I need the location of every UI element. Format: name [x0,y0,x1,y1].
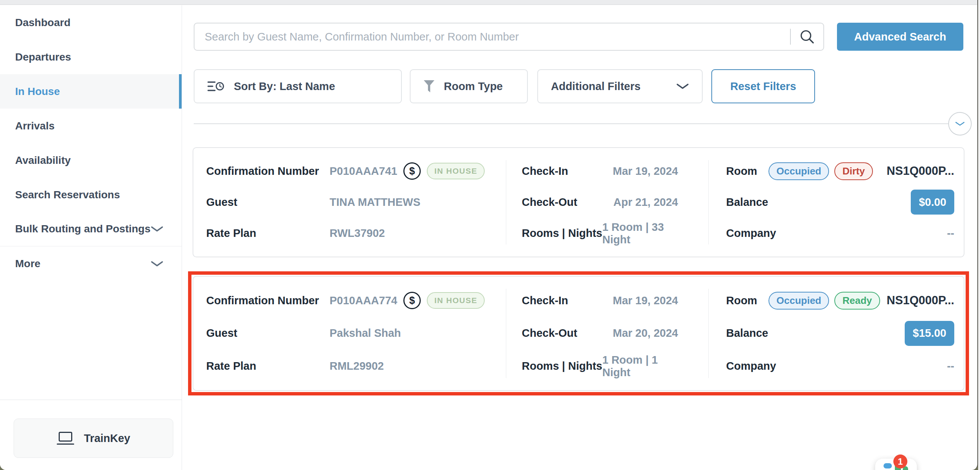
rate-plan-row: Rate Plan RWL37902 [193,218,506,249]
list-divider [194,123,948,124]
sidebar-item-label: Bulk Routing and Postings [15,223,151,235]
sidebar-item-label: Search Reservations [15,189,120,201]
confirmation-row: Confirmation Number P010AAA741 $ IN HOUS… [193,156,506,186]
sidebar-item-search-reservations[interactable]: Search Reservations [0,177,181,212]
sort-by-label: Sort By: Last Name [234,80,335,93]
rooms-nights-row: Rooms | Nights 1 Room | 33 Night [506,218,708,249]
guest-name: TINA MATTHEWS [329,196,420,209]
confirmation-number-value: P010AAA741 [329,165,397,177]
company-label: Company [726,227,768,239]
check-in-label: Check-In [522,295,568,307]
balance-button[interactable]: $15.00 [905,321,954,346]
sidebar-item-availability[interactable]: Availability [0,143,181,177]
sidebar: Dashboard Departures In House Arrivals A… [0,5,182,470]
guest-name: Pakshal Shah [329,327,401,339]
check-out-label: Check-Out [522,196,578,209]
room-number: NS1Q000P... [886,164,954,178]
search-button[interactable] [791,24,823,50]
trainkey-button[interactable]: TrainKey [14,419,173,458]
balance-button[interactable]: $0.00 [911,190,954,215]
sidebar-item-in-house[interactable]: In House [0,74,181,108]
rate-plan-value: RML29902 [329,360,384,372]
confirmation-number-value: P010AAA774 [329,295,397,307]
confirmation-row: Confirmation Number P010AAA774 $ IN HOUS… [193,284,506,317]
sidebar-item-bulk-routing[interactable]: Bulk Routing and Postings [0,212,181,246]
reservation-card-wrapper: Confirmation Number P010AAA741 $ IN HOUS… [188,143,969,262]
rooms-nights-label: Rooms | Nights [522,360,602,372]
sidebar-item-label: Availability [15,155,71,167]
rooms-nights-row: Rooms | Nights 1 Room | 1 Night [506,350,708,382]
company-value: -- [947,360,954,372]
in-house-status-badge: IN HOUSE [427,163,485,179]
check-out-row: Check-Out Mar 20, 2024 [506,317,708,350]
reservation-card[interactable]: Confirmation Number P010AAA741 $ IN HOUS… [192,147,964,257]
advanced-search-button[interactable]: Advanced Search [837,23,963,51]
in-house-status-badge: IN HOUSE [427,292,485,309]
room-label: Room [726,295,768,307]
search-icon [799,29,815,45]
filter-funnel-icon [423,80,435,93]
guest-label: Guest [206,327,329,339]
card-column-divider [708,160,709,244]
additional-filters-dropdown[interactable]: Additional Filters [537,69,703,103]
sidebar-item-arrivals[interactable]: Arrivals [0,108,181,143]
rooms-nights-label: Rooms | Nights [522,227,602,239]
sidebar-item-label: More [15,258,40,270]
additional-filters-label: Additional Filters [551,80,641,93]
rate-plan-label: Rate Plan [206,360,329,372]
rate-plan-label: Rate Plan [206,227,329,239]
room-row: Room Occupied Ready NS1Q000P... [708,284,964,317]
app-window: Dashboard Departures In House Arrivals A… [0,0,978,470]
rooms-nights-value: 1 Room | 1 Night [602,354,678,379]
reservation-card[interactable]: Confirmation Number P010AAA774 $ IN HOUS… [192,276,964,391]
sidebar-item-more[interactable]: More [0,246,181,281]
sort-by-dropdown[interactable]: Sort By: Last Name [194,69,402,103]
check-in-value: Mar 19, 2024 [612,295,678,307]
chevron-down-icon [676,83,689,90]
sidebar-item-label: In House [15,86,60,98]
card-column-divider [506,289,506,378]
room-number: NS1Q000P... [886,294,954,307]
sidebar-item-label: Dashboard [15,17,70,29]
room-row: Room Occupied Dirty NS1Q000P... [708,156,964,186]
guest-search-box [194,23,824,51]
room-type-label: Room Type [444,80,503,93]
search-input[interactable] [194,24,790,50]
laptop-icon [57,432,74,445]
card-column-divider [708,289,709,378]
reservation-card-wrapper-highlighted: Confirmation Number P010AAA774 $ IN HOUS… [188,271,969,395]
collapse-toggle-button[interactable] [948,112,972,135]
trainkey-label: TrainKey [84,432,130,445]
occupancy-badge: Occupied [768,163,829,180]
balance-row: Balance $0.00 [708,186,964,218]
check-in-label: Check-In [522,165,568,177]
housekeeping-badge: Ready [834,292,880,309]
sort-icon [207,80,225,93]
room-type-filter[interactable]: Room Type [410,69,528,103]
check-in-row: Check-In Mar 19, 2024 [506,156,708,186]
sidebar-item-label: Departures [15,51,71,63]
sidebar-item-departures[interactable]: Departures [0,40,181,74]
balance-label: Balance [726,327,768,339]
check-out-label: Check-Out [522,327,578,339]
company-row: Company -- [708,350,964,382]
reset-filters-button[interactable]: Reset Filters [711,69,815,103]
room-label: Room [726,165,768,177]
rate-plan-value: RWL37902 [329,227,385,239]
balance-row: Balance $15.00 [708,317,964,350]
sidebar-item-dashboard[interactable]: Dashboard [0,5,181,40]
sidebar-item-label: Arrivals [15,120,54,132]
dollar-icon[interactable]: $ [403,292,421,309]
check-in-value: Mar 19, 2024 [612,165,678,177]
confirmation-number-label: Confirmation Number [206,165,329,177]
sidebar-footer-divider [0,400,182,400]
check-out-value: Mar 20, 2024 [612,327,678,339]
guest-row: Guest TINA MATTHEWS [193,186,506,218]
check-out-value: Apr 21, 2024 [613,196,678,209]
confirmation-number-label: Confirmation Number [206,295,329,307]
chevron-down-icon [151,226,164,233]
chevron-down-icon [151,260,164,267]
dollar-icon[interactable]: $ [403,163,421,180]
window-top-strip [0,0,977,5]
guest-row: Guest Pakshal Shah [193,317,506,350]
